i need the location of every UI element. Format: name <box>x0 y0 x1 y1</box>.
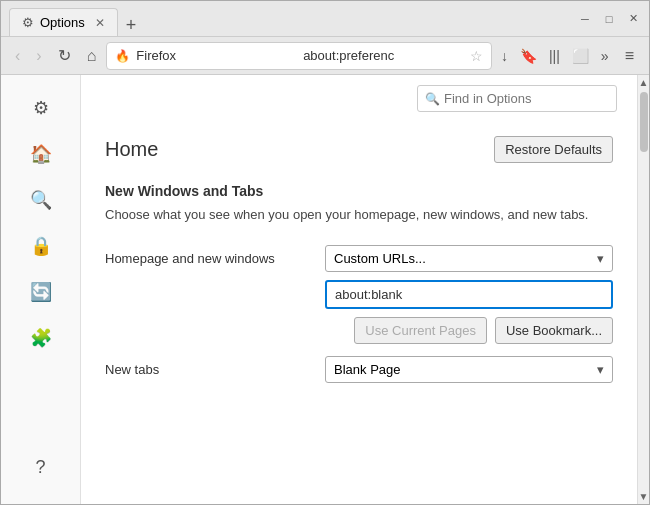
scrollbar-down-button[interactable]: ▼ <box>639 491 649 502</box>
new-tabs-dropdown-arrow: ▾ <box>597 362 604 377</box>
subsection-title: New Windows and Tabs <box>105 183 613 199</box>
restore-defaults-button[interactable]: Restore Defaults <box>494 136 613 163</box>
homepage-dropdown[interactable]: Custom URLs... ▾ <box>325 245 613 272</box>
new-tabs-row: New tabs Blank Page ▾ <box>105 356 613 383</box>
pocket-icon[interactable]: ⬜ <box>567 44 594 68</box>
new-windows-tabs-section: New Windows and Tabs Choose what you see… <box>105 183 613 225</box>
homepage-label: Homepage and new windows <box>105 245 325 266</box>
forward-button[interactable]: › <box>30 43 47 69</box>
homepage-dropdown-arrow: ▾ <box>597 251 604 266</box>
reading-list-icon[interactable]: ||| <box>544 44 565 68</box>
bookmark-icon[interactable]: 🔖 <box>515 44 542 68</box>
reload-button[interactable]: ↻ <box>52 42 77 69</box>
home-button[interactable]: ⌂ <box>81 43 103 69</box>
sidebar-item-privacy[interactable]: 🔒 <box>1 225 80 267</box>
tab-label: Options <box>40 15 85 30</box>
sidebar-item-home[interactable]: 🏠 <box>1 133 80 175</box>
close-button[interactable]: ✕ <box>625 11 641 27</box>
find-options-input[interactable] <box>417 85 617 112</box>
use-current-pages-button[interactable]: Use Current Pages <box>354 317 487 344</box>
subsection-desc: Choose what you see when you open your h… <box>105 205 613 225</box>
new-tabs-label: New tabs <box>105 356 325 377</box>
scrollbar-up-button[interactable]: ▲ <box>639 77 649 88</box>
main-menu-button[interactable]: ≡ <box>618 43 641 69</box>
tab-close-button[interactable]: ✕ <box>95 16 105 30</box>
find-bar: 🔍 <box>81 75 637 120</box>
download-icon[interactable]: ↓ <box>496 44 513 68</box>
address-bar[interactable]: 🔥 Firefox about:preferenc ☆ <box>106 42 492 70</box>
sidebar-item-help[interactable]: ? <box>1 447 80 488</box>
minimize-button[interactable]: ─ <box>577 11 593 27</box>
use-bookmark-button[interactable]: Use Bookmark... <box>495 317 613 344</box>
firefox-icon: 🔥 <box>115 49 130 63</box>
homepage-row: Homepage and new windows Custom URLs... … <box>105 245 613 344</box>
sidebar: ⚙ 🏠 🔍 🔒 🔄 🧩 ? <box>1 75 81 504</box>
tab-settings-icon: ⚙ <box>22 15 34 30</box>
browser-window: ⚙ Options ✕ + ─ □ ✕ ‹ › ↻ ⌂ 🔥 Firefox ab… <box>0 0 650 505</box>
scrollbar[interactable]: ▲ ▼ <box>637 75 649 504</box>
sidebar-item-extensions[interactable]: 🧩 <box>1 317 80 359</box>
bookmark-star-icon[interactable]: ☆ <box>470 48 483 64</box>
homepage-dropdown-value: Custom URLs... <box>334 251 426 266</box>
title-bar: ⚙ Options ✕ + ─ □ ✕ <box>1 1 649 37</box>
new-tabs-dropdown[interactable]: Blank Page ▾ <box>325 356 613 383</box>
tab-area: ⚙ Options ✕ + <box>9 1 144 36</box>
content-area: ⚙ 🏠 🔍 🔒 🔄 🧩 ? 🔍 Home Restore <box>1 75 649 504</box>
page-content: Home Restore Defaults New Windows and Ta… <box>81 120 637 504</box>
sidebar-item-settings[interactable]: ⚙ <box>1 87 80 129</box>
more-tools-icon[interactable]: » <box>596 44 614 68</box>
new-tabs-control: Blank Page ▾ <box>325 356 613 383</box>
address-brand: Firefox <box>136 48 297 63</box>
address-url: about:preferenc <box>303 48 464 63</box>
url-input[interactable] <box>325 280 613 309</box>
sidebar-item-search[interactable]: 🔍 <box>1 179 80 221</box>
toolbar-icons: ↓ 🔖 ||| ⬜ » <box>496 44 614 68</box>
window-controls: ─ □ ✕ <box>577 11 641 27</box>
homepage-control: Custom URLs... ▾ Use Current Pages Use B… <box>325 245 613 344</box>
find-search-icon: 🔍 <box>425 92 440 106</box>
scrollbar-thumb[interactable] <box>640 92 648 152</box>
options-tab[interactable]: ⚙ Options ✕ <box>9 8 118 36</box>
browser-toolbar: ‹ › ↻ ⌂ 🔥 Firefox about:preferenc ☆ ↓ 🔖 … <box>1 37 649 75</box>
maximize-button[interactable]: □ <box>601 11 617 27</box>
main-panel: 🔍 Home Restore Defaults New Windows and … <box>81 75 637 504</box>
sidebar-item-sync[interactable]: 🔄 <box>1 271 80 313</box>
find-input-wrap: 🔍 <box>417 85 617 112</box>
section-header-row: Home Restore Defaults <box>105 136 613 163</box>
back-button[interactable]: ‹ <box>9 43 26 69</box>
new-tabs-dropdown-value: Blank Page <box>334 362 401 377</box>
new-tab-button[interactable]: + <box>118 15 145 36</box>
url-button-row: Use Current Pages Use Bookmark... <box>325 317 613 344</box>
section-title: Home <box>105 138 158 161</box>
